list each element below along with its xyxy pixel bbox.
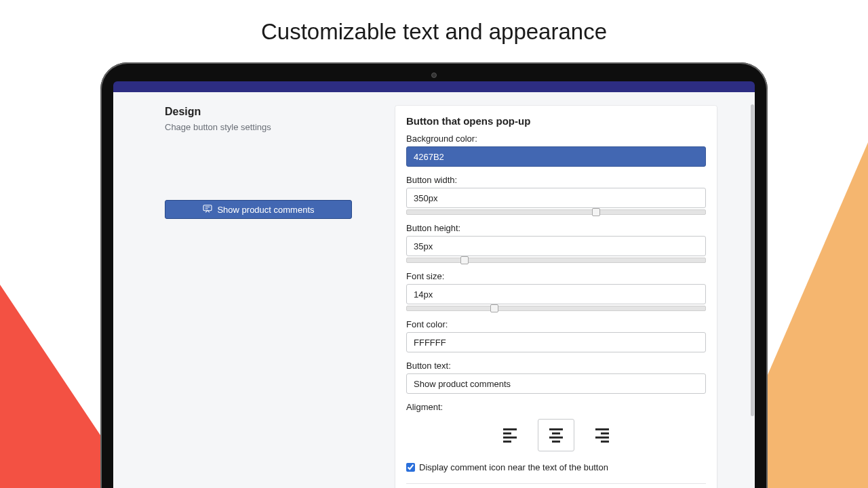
display-icon-checkbox[interactable] <box>406 463 415 472</box>
align-center-button[interactable] <box>538 419 574 451</box>
font-size-slider[interactable] <box>406 306 706 311</box>
display-icon-label: Display comment icon near the text of th… <box>419 462 608 472</box>
settings-card: Button that opens pop-up Background colo… <box>395 106 717 488</box>
align-left-icon <box>503 428 517 443</box>
preview-button-label: Show product comments <box>217 205 314 215</box>
font-color-label: Font color: <box>406 319 706 329</box>
align-right-button[interactable] <box>584 419 620 451</box>
align-center-icon <box>549 428 563 443</box>
bg-color-label: Background color: <box>406 134 706 144</box>
left-column: Design Chage button style settings Show … <box>165 106 382 488</box>
laptop-frame: Design Chage button style settings Show … <box>100 62 768 488</box>
align-left-button[interactable] <box>492 419 528 451</box>
page-title: Customizable text and appearance <box>0 19 868 45</box>
button-text-input[interactable] <box>406 373 706 394</box>
comment-icon <box>202 203 213 216</box>
width-slider[interactable] <box>406 209 706 215</box>
height-input[interactable] <box>406 236 706 256</box>
svg-rect-0 <box>203 205 212 210</box>
height-slider-thumb[interactable] <box>460 256 469 264</box>
scrollbar[interactable] <box>751 104 754 416</box>
height-label: Button height: <box>406 223 706 233</box>
height-slider[interactable] <box>406 258 706 263</box>
width-input[interactable] <box>406 188 706 208</box>
card-title: Button that opens pop-up <box>406 115 706 127</box>
bg-color-input[interactable] <box>406 146 706 167</box>
button-text-label: Button text: <box>406 361 706 371</box>
screen: Design Chage button style settings Show … <box>113 81 755 488</box>
font-size-input[interactable] <box>406 284 706 304</box>
font-color-input[interactable] <box>406 332 706 352</box>
display-icon-row[interactable]: Display comment icon near the text of th… <box>406 462 706 472</box>
section-heading: Design <box>165 106 382 118</box>
app-surface: Design Chage button style settings Show … <box>113 92 755 488</box>
divider <box>406 483 706 484</box>
section-subheading: Chage button style settings <box>165 122 382 132</box>
width-label: Button width: <box>406 175 706 185</box>
align-right-icon <box>595 428 609 443</box>
preview-button[interactable]: Show product comments <box>165 200 352 219</box>
font-size-label: Font size: <box>406 271 706 281</box>
font-size-slider-thumb[interactable] <box>490 304 498 312</box>
width-slider-thumb[interactable] <box>592 208 600 216</box>
camera-dot <box>431 73 437 78</box>
alignment-label: Aligment: <box>406 402 706 412</box>
